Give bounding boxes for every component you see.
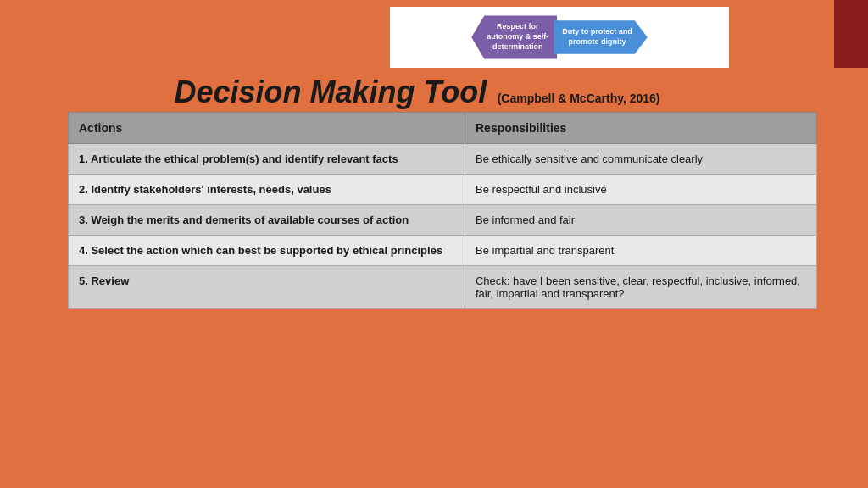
table-row: 5. ReviewCheck: have I been sensitive, c… <box>69 266 817 309</box>
table-row: 3. Weigh the merits and demerits of avai… <box>69 205 817 236</box>
action-cell: 1. Articulate the ethical problem(s) and… <box>69 144 465 175</box>
decision-table: Actions Responsibilities 1. Articulate t… <box>68 112 817 309</box>
title-citation: (Campbell & McCarthy, 2016) <box>498 92 660 105</box>
title-area: Decision Making Tool (Campbell & McCarth… <box>0 75 834 110</box>
responsibility-cell: Be respectful and inclusive <box>465 175 816 205</box>
table-header-row: Actions Responsibilities <box>69 113 817 144</box>
responsibility-cell: Be informed and fair <box>465 205 816 236</box>
arrow-group: Respect for autonomy & self- determinati… <box>471 15 648 58</box>
responsibility-cell: Be impartial and transparent <box>465 236 816 266</box>
left-arrow: Respect for autonomy & self- determinati… <box>471 15 557 58</box>
diagram-container: Respect for autonomy & self- determinati… <box>390 7 729 68</box>
col-header-actions: Actions <box>69 113 465 144</box>
table-row: 2. Identify stakeholders' interests, nee… <box>69 175 817 205</box>
red-bookmark-tab <box>834 0 868 68</box>
col-header-responsibilities: Responsibilities <box>465 113 816 144</box>
right-arrow: Duty to protect and promote dignity <box>554 20 648 53</box>
page-title: Decision Making Tool <box>174 75 487 109</box>
action-cell: 5. Review <box>69 266 465 309</box>
action-cell: 2. Identify stakeholders' interests, nee… <box>69 175 465 205</box>
table-row: 4. Select the action which can best be s… <box>69 236 817 266</box>
action-cell: 4. Select the action which can best be s… <box>69 236 465 266</box>
action-cell: 3. Weigh the merits and demerits of avai… <box>69 205 465 236</box>
table-row: 1. Articulate the ethical problem(s) and… <box>69 144 817 175</box>
responsibility-cell: Check: have I been sensitive, clear, res… <box>465 266 816 309</box>
responsibility-cell: Be ethically sensitive and communicate c… <box>465 144 816 175</box>
table-wrapper: Actions Responsibilities 1. Articulate t… <box>68 112 817 471</box>
